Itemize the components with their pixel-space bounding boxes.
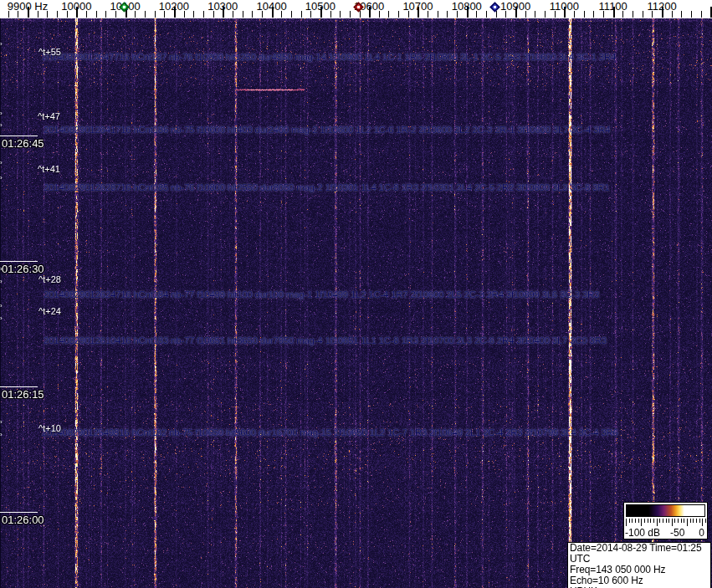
detection-time-marker: ^t+55 <box>38 47 61 57</box>
freq-axis-label: 10900 <box>500 0 530 13</box>
db-ruler-tick <box>657 519 658 526</box>
freq-axis-label: 11100 <box>599 0 627 13</box>
freq-tick <box>350 11 351 18</box>
db-ruler-tick <box>659 519 660 523</box>
db-ruler-tick <box>690 519 691 523</box>
db-label-min: -100 dB <box>625 527 660 539</box>
db-ruler-tick <box>684 519 684 523</box>
detection-time-marker: ^t+41 <box>38 164 60 174</box>
freq-tick <box>701 11 702 18</box>
freq-tick <box>252 11 253 18</box>
freq-axis-label: 11200 <box>647 0 676 13</box>
station-info-box: Date=2014-08-29 Time=01:25 UTCFreq=143 0… <box>567 542 711 588</box>
freq-tick <box>193 11 194 18</box>
left-edge-mark: › <box>0 279 3 285</box>
left-edge-mark: › <box>0 315 3 322</box>
time-label: 01:26:00 <box>2 514 44 526</box>
db-ruler-tick <box>681 519 682 523</box>
db-ruler-tick <box>648 519 648 523</box>
freq-axis-label: 10800 <box>452 0 482 13</box>
freq-axis-label: 10700 <box>402 0 433 13</box>
left-edge-mark: › <box>0 110 3 117</box>
db-ruler-tick <box>635 519 636 523</box>
left-edge-mark: › <box>0 266 3 273</box>
db-ruler-tick <box>663 519 663 523</box>
db-ruler-tick <box>687 519 688 526</box>
freq-tick <box>643 11 643 18</box>
left-edge-mark: › <box>0 175 3 182</box>
freq-tick <box>145 11 146 18</box>
db-ruler-tick <box>696 519 697 523</box>
detection-log-line: 20140829012624716 hCnt184 nb-77 f10499 h… <box>44 289 599 299</box>
freq-tick <box>593 11 594 18</box>
db-ruler-tick <box>644 519 645 523</box>
freq-axis-label: 10400 <box>256 0 286 13</box>
freq-axis-label: 11000 <box>550 0 579 13</box>
db-ruler-tick <box>668 519 669 523</box>
detection-time-marker: ^t+47 <box>38 111 60 121</box>
left-edge-mark: › <box>0 419 3 426</box>
left-edge-mark: › <box>0 41 3 48</box>
freq-tick <box>340 11 341 18</box>
freq-tick <box>398 11 399 18</box>
freq-tick <box>681 11 682 18</box>
db-ruler-tick <box>699 519 700 523</box>
db-label-max: 0 <box>699 527 704 539</box>
freq-axis-label: 10500 <box>305 0 336 13</box>
db-ruler-tick <box>653 519 654 523</box>
freq-tick <box>438 11 438 18</box>
info-box-line: Date=2014-08-29 Time=01:25 UTC <box>570 543 709 565</box>
detection-log-line: 20140829012549816 hCnt182 nb-75 f10650 h… <box>42 427 618 437</box>
db-ruler-tick <box>666 519 667 523</box>
db-ruler-tick <box>629 519 630 523</box>
time-label: 01:26:15 <box>2 388 44 401</box>
frequency-axis: 9900 Hz100001010010200103001040010500106… <box>0 0 712 18</box>
left-edge-mark: › <box>0 122 3 129</box>
detection-log-line: 20140829012610416 hCnt183 nb-77 f10651 h… <box>44 335 607 345</box>
freq-tick <box>243 11 243 18</box>
freq-tick <box>301 11 302 18</box>
freq-tick <box>105 11 106 18</box>
time-tick-line <box>0 512 38 513</box>
detection-time-marker: ^t+28 <box>38 274 61 284</box>
detection-time-marker: ^t+24 <box>38 306 61 316</box>
time-label: 01:26:45 <box>2 137 44 150</box>
freq-tick <box>155 11 156 18</box>
db-ruler-tick <box>672 519 673 526</box>
meteor-spectrogram-window: 9900 Hz100001010010200103001040010500106… <box>0 0 712 588</box>
freq-tick <box>96 11 97 18</box>
db-ruler-tick <box>674 519 675 523</box>
freq-tick <box>447 11 448 18</box>
freq-tick <box>584 11 585 18</box>
spectrogram-waterfall[interactable] <box>0 18 712 588</box>
left-edge-mark: › <box>0 432 3 438</box>
blue-diamond-marker[interactable] <box>489 2 500 13</box>
freq-tick <box>291 11 292 18</box>
time-label: 01:26:30 <box>2 263 44 275</box>
freq-axis-label: 10300 <box>207 0 238 13</box>
left-edge-mark: › <box>0 160 3 166</box>
db-ruler-tick <box>702 519 703 526</box>
freq-axis-label: 10000 <box>61 0 91 13</box>
freq-tick <box>203 11 204 18</box>
db-ruler-tick <box>638 519 639 523</box>
db-scale-ruler <box>626 519 705 527</box>
detection-log-line: 20140829012628716 hCnt185 nb-76 f10800 h… <box>44 182 609 192</box>
db-ruler-tick <box>650 519 651 523</box>
time-tick-line <box>0 261 38 262</box>
detection-time-marker: ^t+10 <box>38 423 61 433</box>
time-tick-line <box>0 135 38 136</box>
detection-log-line: 20140829012641716 hCnt186 nb-75 f10600 h… <box>44 125 610 135</box>
freq-tick <box>486 11 487 18</box>
freq-axis-label: 10200 <box>159 0 189 13</box>
db-gradient-bar <box>626 504 705 517</box>
db-label-mid: -50 <box>670 527 684 539</box>
db-ruler-tick <box>632 519 633 523</box>
time-tick-line <box>0 386 38 387</box>
db-scale-legend: -100 dB -50 0 <box>623 502 708 539</box>
freq-tick <box>535 11 535 18</box>
db-ruler-tick <box>641 519 642 526</box>
freq-tick <box>691 11 692 18</box>
detection-log-line: 20140829012647716 hCnt187 nb-76 f10900 h… <box>42 52 616 62</box>
freq-tick <box>545 11 546 18</box>
